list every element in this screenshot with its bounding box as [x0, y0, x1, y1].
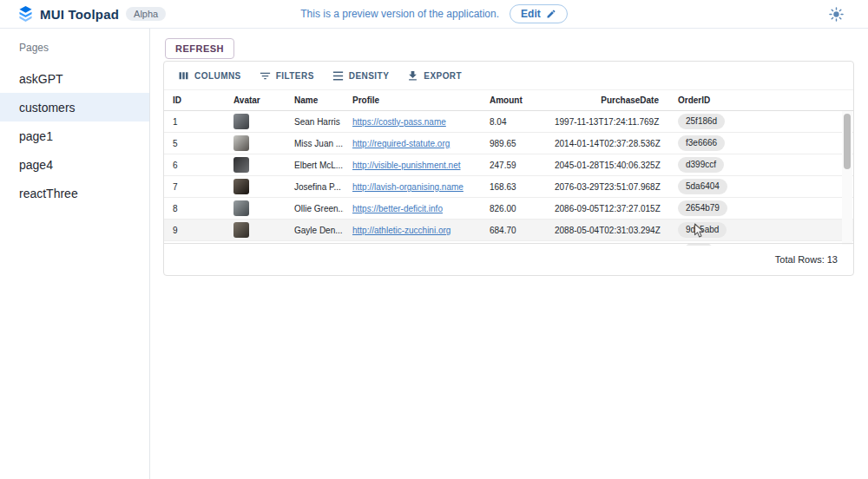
density-button[interactable]: DENSITY [326, 66, 396, 86]
density-button-label: DENSITY [349, 71, 390, 81]
edit-button[interactable]: Edit [510, 4, 568, 23]
column-header-name[interactable]: Name [286, 95, 344, 105]
order-id-chip: 5da6404 [678, 179, 727, 194]
cell-order-id: 9dc5abd [667, 222, 853, 238]
cell-profile: http://visible-punishment.net [344, 161, 481, 170]
refresh-button[interactable]: REFRESH [165, 38, 234, 59]
pencil-icon [546, 9, 556, 19]
cell-profile: https://better-deficit.info [344, 204, 481, 213]
cell-amount: 684.70 [481, 226, 555, 235]
cell-name: Miss Juan ... [286, 139, 344, 148]
cell-purchase-date: 2086-09-05T12:37:27.015Z [555, 204, 667, 213]
cell-avatar [225, 157, 286, 173]
cell-avatar [225, 222, 286, 238]
table-row[interactable]: 1 Sean Harris https://costly-pass.name 8… [164, 111, 853, 133]
cell-id: 5 [164, 139, 225, 148]
table-row[interactable]: 7 Josefina P... http://lavish-organising… [164, 176, 853, 198]
cell-name: Gayle Den... [286, 226, 344, 235]
order-id-chip: 25f186d [678, 114, 725, 129]
profile-link[interactable]: https://costly-pass.name [352, 117, 446, 127]
cell-id: 8 [164, 204, 225, 213]
cell-purchase-date: 2014-01-14T02:37:28.536Z [555, 139, 667, 148]
table-row[interactable]: 8 Ollie Green... https://better-deficit.… [164, 198, 853, 220]
sidebar-item-askgpt[interactable]: askGPT [0, 64, 149, 93]
column-header-purchasedate[interactable]: PurchaseDate [555, 95, 667, 105]
preview-notice: This is a preview version of the applica… [300, 8, 499, 20]
table-header-row: ID Avatar Name Profile Amount PurchaseDa… [164, 89, 853, 111]
avatar-image [233, 114, 249, 129]
column-header-id[interactable]: ID [164, 95, 225, 105]
table-row[interactable]: 5 Miss Juan ... http://required-statute.… [164, 133, 853, 154]
cell-id: 7 [164, 182, 225, 192]
cell-name: Sean Harris [286, 117, 344, 127]
avatar-image [233, 222, 249, 238]
cell-purchase-date: 2088-05-04T02:31:03.294Z [555, 226, 667, 235]
cell-amount: 247.59 [481, 161, 555, 170]
columns-button-label: COLUMNS [194, 71, 241, 81]
filter-list-icon [259, 69, 272, 82]
column-header-orderid[interactable]: OrderID [667, 95, 853, 105]
grid-toolbar: COLUMNS FILTERS DENSITY EXPORT [164, 62, 853, 89]
cell-profile: http://required-statute.org [344, 139, 481, 148]
top-app-bar: MUI Toolpad Alpha This is a preview vers… [0, 0, 868, 29]
filters-button-label: FILTERS [276, 71, 314, 81]
sun-icon [828, 6, 845, 23]
data-grid-card: COLUMNS FILTERS DENSITY EXPORT ID Avatar… [163, 61, 854, 276]
sidebar-item-label: askGPT [19, 72, 63, 86]
column-header-avatar[interactable]: Avatar [225, 95, 286, 105]
filters-button[interactable]: FILTERS [253, 66, 320, 86]
sidebar-item-label: page4 [19, 158, 53, 172]
cell-order-id: 5da6404 [667, 179, 853, 194]
profile-link[interactable]: https://better-deficit.info [352, 204, 443, 213]
column-header-profile[interactable]: Profile [344, 95, 481, 105]
sidebar-item-page4[interactable]: page4 [0, 150, 149, 179]
sidebar-item-page1[interactable]: page1 [0, 121, 149, 150]
cell-profile: http://lavish-organising.name [344, 182, 481, 192]
profile-link[interactable]: http://lavish-organising.name [352, 182, 464, 192]
cell-order-id: f3e6666 [667, 135, 853, 151]
total-rows-label: Total Rows: 13 [775, 254, 838, 265]
vertical-scrollbar-thumb[interactable] [844, 114, 851, 169]
cell-purchase-date: 2045-01-28T15:40:06.325Z [555, 161, 667, 170]
view-columns-icon [177, 69, 190, 82]
order-id-chip: d399ccf [678, 157, 724, 173]
order-id-chip: 2654b79 [678, 200, 727, 216]
cell-order-id: 2654b79 [667, 200, 853, 216]
cell-purchase-date: 2076-03-29T23:51:07.968Z [555, 182, 667, 192]
export-button[interactable]: EXPORT [400, 66, 468, 86]
theme-toggle-button[interactable] [828, 5, 845, 23]
sidebar-item-reactthree[interactable]: reactThree [0, 179, 149, 207]
sidebar-item-label: reactThree [19, 187, 78, 200]
cell-amount: 168.63 [481, 182, 555, 192]
download-icon [406, 69, 419, 82]
preview-banner: This is a preview version of the applica… [0, 0, 868, 28]
cell-name: Ollie Green... [286, 204, 344, 213]
cell-purchase-date: 1997-11-13T17:24:11.769Z [555, 117, 667, 127]
column-header-amount[interactable]: Amount [481, 95, 555, 105]
edit-button-label: Edit [521, 8, 541, 20]
table-row[interactable]: 9 Gayle Den... http://athletic-zucchini.… [164, 220, 853, 241]
avatar-image [233, 157, 249, 173]
avatar-image [233, 135, 249, 151]
sidebar-item-label: page1 [19, 129, 53, 143]
cell-order-id: d399ccf [667, 157, 853, 173]
cell-amount: 826.00 [481, 204, 555, 213]
sidebar-item-customers[interactable]: customers [0, 93, 149, 121]
order-id-chip: 9dc5abd [678, 222, 727, 238]
profile-link[interactable]: http://visible-punishment.net [352, 161, 461, 170]
cell-profile: http://athletic-zucchini.org [344, 226, 481, 235]
cell-name: Josefina P... [286, 182, 344, 192]
cell-avatar [225, 179, 286, 194]
profile-link[interactable]: http://required-statute.org [352, 139, 450, 148]
cell-profile: https://costly-pass.name [344, 117, 481, 127]
sidebar: Pages askGPT customers page1 page4 react… [0, 29, 150, 479]
table-body: 1 Sean Harris https://costly-pass.name 8… [164, 111, 853, 246]
vertical-scrollbar-track[interactable] [842, 111, 852, 245]
grid-footer: Total Rows: 13 [164, 243, 853, 275]
table-row[interactable]: 6 Elbert McL... http://visible-punishmen… [164, 154, 853, 176]
cell-avatar [225, 114, 286, 129]
export-button-label: EXPORT [424, 71, 462, 81]
columns-button[interactable]: COLUMNS [171, 66, 247, 86]
cell-avatar [225, 200, 286, 216]
profile-link[interactable]: http://athletic-zucchini.org [352, 226, 450, 235]
